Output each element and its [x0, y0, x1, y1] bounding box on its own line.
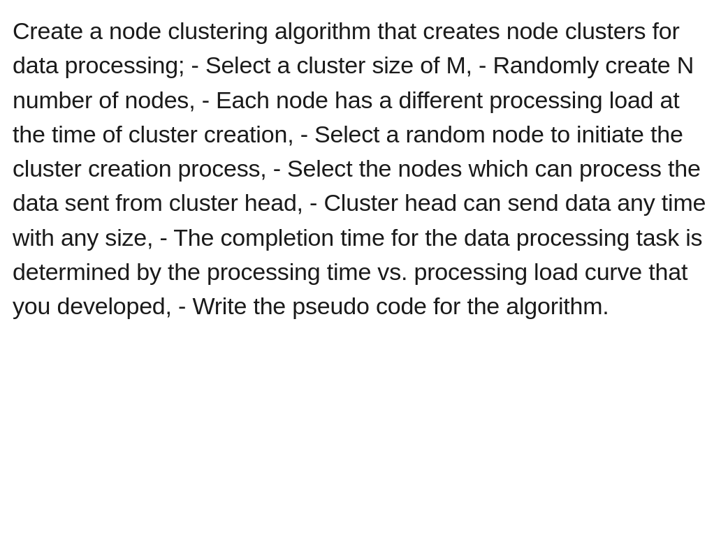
main-content: Create a node clustering algorithm that … [0, 0, 728, 338]
algorithm-description: Create a node clustering algorithm that … [13, 14, 715, 324]
